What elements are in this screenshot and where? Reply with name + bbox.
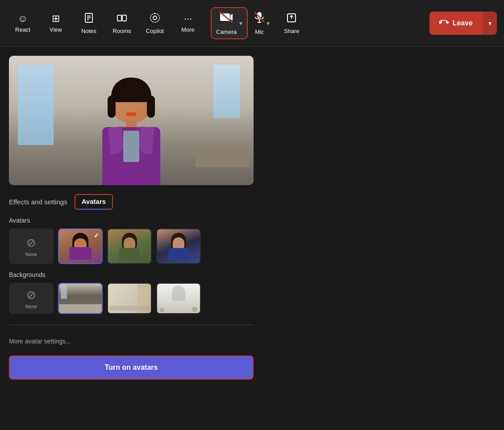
bg-option-none[interactable]: ⊘ None <box>9 283 54 314</box>
notes-button[interactable]: Notes <box>73 9 104 38</box>
divider <box>9 325 254 325</box>
bg-thumb-2 <box>108 284 151 313</box>
copilot-button[interactable]: Copilot <box>139 9 171 38</box>
avatars-section-title: Avatars <box>9 217 295 224</box>
bg-3-decor-2 <box>192 307 197 312</box>
avatar-lips <box>126 112 136 116</box>
avatar-none-label: None <box>25 252 37 257</box>
copilot-label: Copilot <box>146 28 164 34</box>
avatar-torso <box>102 127 160 185</box>
bg-thumb-1 <box>59 284 102 313</box>
avatar-thumb-3-inner <box>167 233 190 260</box>
bg-window-left <box>18 65 54 145</box>
bg-none-label: None <box>25 304 37 309</box>
more-icon: ··· <box>184 14 192 24</box>
none-circle-icon: ⊘ <box>26 236 36 250</box>
bg-option-2[interactable] <box>107 283 152 314</box>
effects-settings-label: Effects and settings <box>9 198 67 206</box>
avatar-option-1[interactable]: ✓ <box>58 228 103 264</box>
camera-main: Camera <box>216 12 237 35</box>
more-label: More <box>181 26 195 33</box>
bg-sofa <box>196 145 249 167</box>
top-bar: ☺ React ⊞ View Notes Rooms <box>0 0 504 47</box>
svg-marker-8 <box>230 14 233 21</box>
bg-window-right <box>213 65 240 118</box>
avatars-tab-label: Avatars <box>82 198 106 205</box>
notes-icon <box>83 12 94 25</box>
avatar-preview <box>9 56 254 185</box>
selected-checkmark: ✓ <box>94 232 99 239</box>
avatar-3-body <box>168 248 189 260</box>
react-label: React <box>15 26 30 33</box>
camera-label: Camera <box>216 29 237 35</box>
notes-label: Notes <box>81 28 96 34</box>
avatar-thumb-2-inner <box>118 233 141 260</box>
avatar-hair-left <box>108 95 116 118</box>
camera-button-group[interactable]: Camera ▾ <box>211 7 248 39</box>
react-icon: ☺ <box>18 14 28 24</box>
backgrounds-section-title: Backgrounds <box>9 271 295 278</box>
copilot-icon <box>150 12 160 25</box>
bg-option-3[interactable] <box>156 283 201 314</box>
main-content: Effects and settings Avatars Avatars ⊘ N… <box>0 47 504 430</box>
bg-option-1[interactable] <box>58 283 103 314</box>
bg-3-decor-1 <box>160 308 164 312</box>
mic-off-icon <box>254 12 265 26</box>
mic-main: Mic <box>254 12 265 35</box>
avatar-option-2[interactable] <box>107 228 152 264</box>
avatar-thumb-3 <box>157 229 200 263</box>
view-label: View <box>50 26 62 33</box>
rooms-icon <box>117 12 127 25</box>
avatar-hair-right <box>147 95 155 118</box>
camera-chevron-icon[interactable]: ▾ <box>239 20 242 27</box>
share-button[interactable]: Share <box>276 9 307 38</box>
avatar-option-3[interactable] <box>156 228 201 264</box>
bg-1-window <box>61 285 67 299</box>
more-button[interactable]: ··· More <box>172 10 204 37</box>
avatar-2-body <box>119 248 140 260</box>
rooms-button[interactable]: Rooms <box>106 9 137 38</box>
react-button[interactable]: ☺ React <box>7 10 38 37</box>
avatar-head-container <box>111 78 151 122</box>
mic-chevron-icon[interactable]: ▾ <box>267 20 270 27</box>
svg-point-6 <box>153 16 157 20</box>
svg-rect-5 <box>122 15 126 21</box>
bg-2-floor <box>110 306 149 310</box>
mic-button-group[interactable]: Mic ▾ <box>250 7 274 39</box>
leave-button[interactable]: Leave <box>429 12 483 35</box>
bg-thumb-3 <box>157 284 200 313</box>
effects-tabs: Effects and settings Avatars <box>9 194 295 210</box>
right-area <box>304 47 504 430</box>
avatar-thumb-2 <box>108 229 151 263</box>
more-avatar-settings-link[interactable]: More avatar settings... <box>9 338 295 345</box>
turn-on-avatars-label: Turn on avatars <box>105 364 158 372</box>
turn-on-avatars-button[interactable]: Turn on avatars <box>9 356 254 380</box>
avatar-grid: ⊘ None ✓ <box>9 228 295 264</box>
avatar-lapel-right <box>138 127 154 154</box>
share-label: Share <box>284 28 300 34</box>
avatar-lapel-left <box>108 127 124 154</box>
avatar-option-none[interactable]: ⊘ None <box>9 228 54 264</box>
bg-none-circle-icon: ⊘ <box>26 288 36 302</box>
mic-label: Mic <box>255 29 264 35</box>
leave-button-group: Leave ▾ <box>429 12 497 35</box>
share-icon <box>286 12 297 25</box>
backgrounds-section: Backgrounds ⊘ None <box>9 271 295 314</box>
avatar-hair <box>111 78 151 102</box>
leave-chevron-button[interactable]: ▾ <box>483 12 497 35</box>
avatars-section: Avatars ⊘ None ✓ <box>9 217 295 264</box>
bg-1-furniture <box>63 305 97 311</box>
left-panel: Effects and settings Avatars Avatars ⊘ N… <box>0 47 304 430</box>
rooms-label: Rooms <box>112 28 131 34</box>
bg-3-arch <box>172 285 185 301</box>
avatar-thumb-1-inner <box>69 233 92 260</box>
avatar-thumb-body <box>69 247 92 260</box>
bg-grid: ⊘ None <box>9 283 295 314</box>
view-button[interactable]: ⊞ View <box>40 10 71 37</box>
view-icon: ⊞ <box>52 14 60 24</box>
leave-label: Leave <box>453 19 473 27</box>
leave-phone-icon <box>439 18 449 28</box>
tab-avatars[interactable]: Avatars <box>75 194 113 210</box>
svg-rect-4 <box>117 15 121 21</box>
avatar-body <box>102 78 160 185</box>
